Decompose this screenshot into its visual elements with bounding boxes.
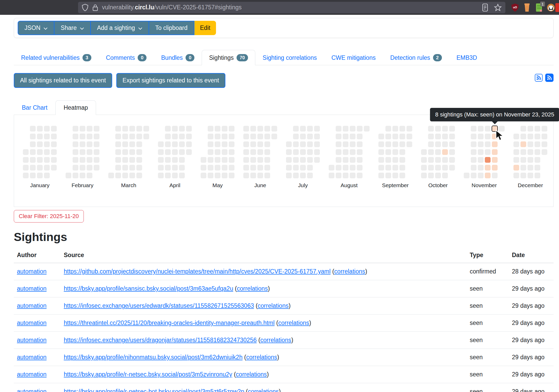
author-link[interactable]: automation xyxy=(17,371,47,378)
heatmap-cell-june-21[interactable] xyxy=(257,173,263,178)
json-button[interactable]: JSON xyxy=(18,21,54,35)
heatmap-cell-december-12[interactable] xyxy=(520,165,526,171)
heatmap-cell-october-20[interactable] xyxy=(442,134,448,139)
reader-mode-icon[interactable] xyxy=(482,4,488,11)
heatmap-cell-november-17[interactable] xyxy=(485,134,491,139)
heatmap-cell-december-18[interactable] xyxy=(528,157,533,163)
heatmap-cell-june-22[interactable] xyxy=(264,126,270,132)
heatmap-cell-september-24[interactable] xyxy=(399,149,405,155)
heatmap-cell-january-7[interactable] xyxy=(30,141,36,147)
author-link[interactable]: automation xyxy=(17,268,47,275)
heatmap-cell-august-3[interactable] xyxy=(336,126,341,132)
heatmap-cell-november-21[interactable] xyxy=(485,165,491,171)
heatmap-cell-december-3[interactable] xyxy=(513,149,519,155)
source-link[interactable]: https://infosec.exchange/users/edwardk/s… xyxy=(64,302,254,309)
heatmap-cell-november-2[interactable] xyxy=(471,126,477,132)
heatmap-cell-may-4[interactable] xyxy=(208,126,213,132)
chart-tab-bar-chart[interactable]: Bar Chart xyxy=(14,100,55,115)
heatmap-cell-april-18[interactable] xyxy=(172,165,178,171)
heatmap-cell-july-18[interactable] xyxy=(300,165,306,171)
heatmap-cell-november-5[interactable] xyxy=(471,149,477,155)
heatmap-cell-june-2[interactable] xyxy=(243,134,249,139)
tab-sighting-correlations[interactable]: Sighting correlations xyxy=(255,50,324,65)
tab-sightings[interactable]: Sightings70 xyxy=(202,50,255,65)
heatmap-cell-november-11[interactable] xyxy=(478,141,484,147)
heatmap-cell-may-30[interactable] xyxy=(229,165,234,171)
heatmap-cell-may-14[interactable] xyxy=(215,149,220,155)
heatmap-cell-december-9[interactable] xyxy=(520,141,526,147)
author-link[interactable]: automation xyxy=(17,319,47,326)
heatmap-cell-december-23[interactable] xyxy=(535,141,540,147)
heatmap-cell-december-27[interactable] xyxy=(535,173,540,178)
heatmap-cell-january-11[interactable] xyxy=(30,173,36,178)
heatmap-cell-march-26[interactable] xyxy=(136,149,142,155)
heatmap-cell-august-24[interactable] xyxy=(357,126,363,132)
heatmap-cell-august-31[interactable] xyxy=(364,126,370,132)
heatmap-cell-august-11[interactable] xyxy=(343,134,348,139)
heatmap-cell-march-15[interactable] xyxy=(122,173,128,178)
heatmap-cell-october-28[interactable] xyxy=(449,141,455,147)
heatmap-cell-april-15[interactable] xyxy=(172,141,178,147)
heatmap-cell-december-30[interactable] xyxy=(542,141,547,147)
heatmap-cell-april-17[interactable] xyxy=(172,157,178,163)
heatmap-cell-december-15[interactable] xyxy=(528,134,533,139)
lock-icon[interactable] xyxy=(92,4,98,11)
heatmap-cell-march-19[interactable] xyxy=(129,149,135,155)
heatmap-cell-july-20[interactable] xyxy=(307,126,313,132)
heatmap-cell-march-14[interactable] xyxy=(122,165,128,171)
heatmap-cell-may-1[interactable] xyxy=(201,157,206,163)
heatmap-cell-january-31[interactable] xyxy=(51,165,57,171)
rss-outline-icon[interactable] xyxy=(535,74,543,82)
heatmap-cell-may-26[interactable] xyxy=(229,134,234,139)
heatmap-cell-january-12[interactable] xyxy=(37,126,43,132)
heatmap-cell-june-12[interactable] xyxy=(250,157,256,163)
heatmap-cell-july-3[interactable] xyxy=(286,157,292,163)
heatmap-cell-october-24[interactable] xyxy=(442,165,448,171)
heatmap-cell-april-1[interactable] xyxy=(158,141,164,147)
source-link[interactable]: https://bsky.app/profile/r-netsec.bsky.s… xyxy=(64,371,232,378)
heatmap-cell-august-28[interactable] xyxy=(357,157,363,163)
heatmap-cell-july-22[interactable] xyxy=(307,141,313,147)
shield-permissions-icon[interactable] xyxy=(82,4,88,11)
correlations-link[interactable]: correlations xyxy=(246,354,277,361)
heatmap-cell-april-4[interactable] xyxy=(158,165,164,171)
heatmap-cell-february-3[interactable] xyxy=(73,134,78,139)
heatmap-cell-june-14[interactable] xyxy=(250,173,256,178)
heatmap-cell-december-19[interactable] xyxy=(528,165,533,171)
heatmap-cell-june-8[interactable] xyxy=(250,126,256,132)
heatmap-cell-june-23[interactable] xyxy=(264,134,270,139)
heatmap-cell-august-25[interactable] xyxy=(357,134,363,139)
heatmap-cell-november-16[interactable] xyxy=(485,126,491,132)
heatmap-cell-january-20[interactable] xyxy=(44,134,50,139)
heatmap-cell-july-25[interactable] xyxy=(307,165,313,171)
heatmap-cell-february-21[interactable] xyxy=(87,165,92,171)
heatmap-cell-september-29[interactable] xyxy=(406,134,412,139)
all-sightings-button[interactable]: All sightings related to this event xyxy=(14,73,112,88)
heatmap-cell-january-6[interactable] xyxy=(30,134,36,139)
heatmap-cell-november-22[interactable] xyxy=(485,173,491,178)
heatmap-cell-september-7[interactable] xyxy=(385,126,391,132)
heatmap-cell-january-8[interactable] xyxy=(30,149,36,155)
heatmap-cell-december-4[interactable] xyxy=(513,157,519,163)
heatmap-cell-march-2[interactable] xyxy=(115,126,121,132)
heatmap-cell-february-5[interactable] xyxy=(73,149,78,155)
heatmap-cell-april-16[interactable] xyxy=(172,149,178,155)
author-link[interactable]: automation xyxy=(17,302,47,309)
heatmap-cell-march-3[interactable] xyxy=(115,134,121,139)
heatmap-cell-september-25[interactable] xyxy=(399,157,405,163)
heatmap-cell-february-24[interactable] xyxy=(94,134,99,139)
heatmap-cell-september-3[interactable] xyxy=(378,149,384,155)
heatmap-cell-november-9[interactable] xyxy=(478,126,484,132)
heatmap-cell-may-17[interactable] xyxy=(215,173,220,178)
heatmap-cell-january-25[interactable] xyxy=(44,173,50,178)
url-bar[interactable]: vulnerability.circl.lu/vuln/CVE-2025-617… xyxy=(78,2,505,13)
heatmap-cell-may-9[interactable] xyxy=(208,165,213,171)
heatmap-cell-october-3[interactable] xyxy=(421,165,427,171)
heatmap-cell-july-23[interactable] xyxy=(307,149,313,155)
heatmap-cell-june-19[interactable] xyxy=(257,157,263,163)
author-link[interactable]: automation xyxy=(17,388,47,392)
heatmap-cell-april-8[interactable] xyxy=(165,141,171,147)
heatmap-cell-november-28[interactable] xyxy=(492,165,498,171)
heatmap-cell-june-7[interactable] xyxy=(243,173,249,178)
heatmap-cell-november-27[interactable] xyxy=(492,157,498,163)
